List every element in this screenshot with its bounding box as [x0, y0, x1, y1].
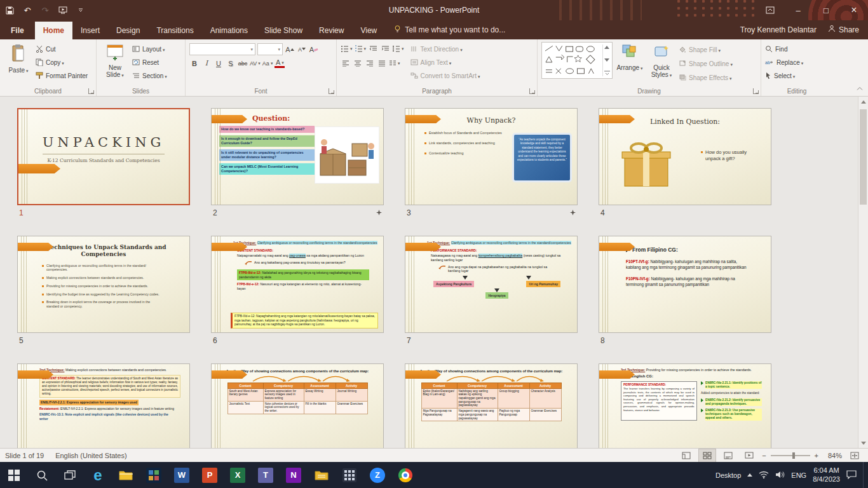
tab-slide-show[interactable]: Slide Show	[256, 22, 311, 39]
format-painter-button[interactable]: Format Painter	[36, 70, 88, 82]
font-size-combo[interactable]	[257, 43, 283, 55]
tab-transitions[interactable]: Transitions	[148, 22, 201, 39]
reading-view-button[interactable]	[720, 449, 736, 462]
zoom-slider[interactable]	[771, 455, 810, 456]
redo-icon[interactable]: ↷	[39, 4, 51, 17]
change-case-icon[interactable]: Aa	[262, 58, 273, 69]
minimize-button[interactable]: –	[784, 0, 812, 20]
underline-icon[interactable]: U	[214, 58, 224, 69]
align-left-icon[interactable]	[341, 58, 351, 69]
account-name[interactable]: Troy Kenneth Delantar	[740, 25, 817, 39]
word-icon[interactable]: W	[168, 462, 196, 488]
task-view-icon[interactable]	[56, 462, 84, 488]
clear-formatting-icon[interactable]: A	[309, 44, 319, 55]
clipboard-dialog-launcher[interactable]	[88, 88, 94, 94]
close-button[interactable]: ×	[840, 0, 868, 20]
drawing-dialog-launcher[interactable]	[753, 88, 759, 94]
slideshow-view-button[interactable]	[741, 449, 757, 462]
language-tray-indicator[interactable]: ENG	[791, 471, 806, 479]
zoom-app-icon[interactable]: Z	[363, 462, 391, 488]
vertical-scrollbar[interactable]	[858, 97, 868, 448]
zoom-percentage[interactable]: 84%	[823, 452, 842, 459]
slide-thumbnail-5[interactable]: 5 Techniques to Unpack Standards and Com…	[17, 236, 190, 333]
onenote-icon[interactable]: N	[280, 462, 308, 488]
align-center-icon[interactable]	[353, 58, 363, 69]
slide-thumbnail-6[interactable]: 1st Technique: Clarifying ambiguous or r…	[211, 236, 384, 333]
slide-thumbnail-9[interactable]: 2nd Technique: Making explicit connectio…	[17, 363, 190, 448]
slide-thumbnail-4[interactable]: Linked In Question: How do you usually u…	[599, 108, 771, 205]
tell-me-box[interactable]: Tell me what you want to do...	[394, 25, 505, 39]
paragraph-dialog-launcher[interactable]	[529, 88, 535, 94]
cut-button[interactable]: Cut	[36, 43, 88, 55]
scroll-down-arrow[interactable]	[858, 438, 868, 448]
tab-design[interactable]: Design	[108, 22, 148, 39]
chrome-icon[interactable]	[391, 462, 419, 488]
font-dialog-launcher[interactable]	[329, 88, 334, 94]
customize-qat-icon[interactable]	[75, 4, 86, 17]
start-button[interactable]	[0, 462, 28, 488]
paste-button[interactable]: Paste	[4, 42, 33, 84]
files-folder-icon[interactable]	[308, 462, 336, 488]
slide-counter[interactable]: Slide 1 of 19	[5, 452, 44, 459]
numbering-icon[interactable]	[355, 43, 367, 54]
tab-animations[interactable]: Animations	[202, 22, 256, 39]
undo-icon[interactable]: ↶	[22, 4, 33, 17]
decrease-font-size-icon[interactable]: A	[297, 44, 307, 55]
increase-indent-icon[interactable]	[380, 43, 390, 54]
calculator-icon[interactable]	[336, 462, 363, 488]
select-button[interactable]: Select	[765, 70, 829, 82]
bullets-icon[interactable]	[341, 43, 353, 54]
zoom-slider-thumb[interactable]	[792, 452, 795, 459]
convert-smartart-button[interactable]: Convert to SmartArt	[410, 70, 480, 82]
replace-button[interactable]: ab Replace	[765, 57, 829, 69]
shapes-gallery[interactable]	[541, 42, 613, 79]
language-indicator[interactable]: English (United States)	[55, 452, 127, 459]
speaker-icon[interactable]	[775, 471, 785, 480]
slide-thumbnail-7[interactable]: 1st Technique: Clarifying ambiguous or r…	[405, 236, 578, 333]
shape-outline-button[interactable]: Shape Outline	[679, 58, 733, 70]
copy-button[interactable]: Copy	[36, 57, 88, 69]
search-icon[interactable]	[28, 462, 56, 488]
line-spacing-icon[interactable]	[392, 43, 404, 54]
columns-icon[interactable]	[389, 58, 400, 69]
scrollbar-thumb[interactable]	[860, 109, 867, 205]
fit-slide-to-window-button[interactable]	[846, 449, 863, 462]
start-slideshow-icon[interactable]	[57, 4, 69, 17]
text-direction-button[interactable]: Text Direction	[410, 43, 480, 55]
zoom-out-button[interactable]: −	[762, 452, 766, 459]
section-button[interactable]: Section	[132, 70, 167, 82]
slide-thumbnail-11[interactable]: Another Way of showing connections among…	[405, 363, 578, 448]
text-shadow-icon[interactable]: S	[226, 58, 236, 69]
save-icon[interactable]	[4, 4, 15, 17]
powerpoint-icon[interactable]: P	[196, 462, 224, 488]
quick-styles-button[interactable]: Quick Styles	[647, 42, 676, 84]
tab-review[interactable]: Review	[311, 22, 352, 39]
file-explorer-icon[interactable]	[112, 462, 140, 488]
tab-home[interactable]: Home	[35, 22, 72, 39]
edge-icon[interactable]: e	[84, 462, 112, 488]
collapse-ribbon-icon[interactable]	[857, 82, 863, 93]
tab-file[interactable]: File	[0, 22, 35, 39]
reset-button[interactable]: Reset	[132, 57, 167, 69]
show-desktop-button[interactable]	[863, 462, 865, 488]
share-button[interactable]: Share	[828, 25, 859, 39]
tab-insert[interactable]: Insert	[72, 22, 108, 39]
arrange-button[interactable]: Arrange	[615, 42, 644, 84]
shapes-gallery-scroll[interactable]	[602, 44, 611, 76]
slide-thumbnail-10[interactable]: Another Way of showing connections among…	[211, 363, 384, 448]
shape-fill-button[interactable]: Shape Fill	[679, 44, 733, 56]
layout-button[interactable]: Layout	[132, 43, 167, 55]
bold-icon[interactable]: B	[189, 58, 200, 69]
slide-thumbnail-1[interactable]: UNPACKING K-12 Curriculum Standards and …	[17, 108, 190, 205]
slide-thumbnail-12[interactable]: 3rd Technique: Providing for missing com…	[599, 363, 771, 448]
desktop-toolbar-label[interactable]: Desktop	[715, 471, 741, 479]
slide-thumbnail-2[interactable]: Question: How do we know our teaching is…	[211, 108, 384, 205]
slide-sorter-view-button[interactable]	[699, 449, 715, 462]
tab-view[interactable]: View	[352, 22, 385, 39]
clock[interactable]: 6:04 AM 8/4/2023	[813, 466, 840, 484]
font-name-combo[interactable]	[189, 43, 255, 55]
normal-view-button[interactable]	[678, 449, 695, 462]
character-spacing-icon[interactable]: AV	[250, 58, 261, 69]
slide-thumbnail-3[interactable]: Why Unpack? Establish focus of Standards…	[405, 108, 578, 205]
teams-icon[interactable]: T	[252, 462, 280, 488]
